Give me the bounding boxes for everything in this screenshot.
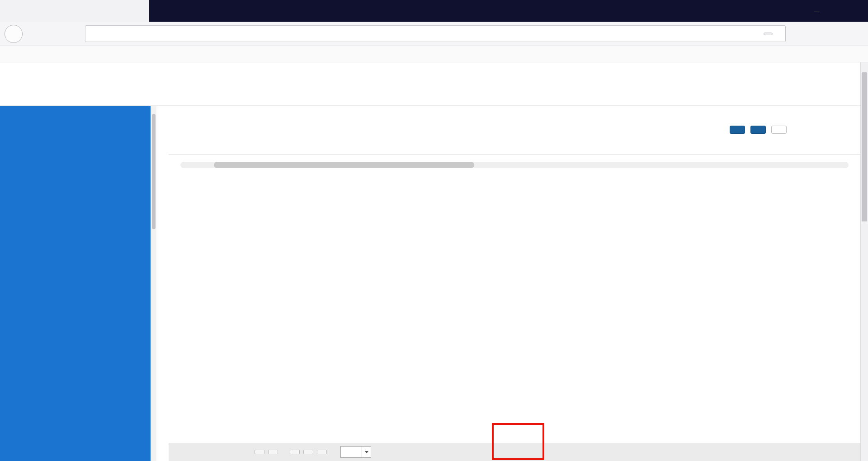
reload-icon[interactable] — [44, 26, 60, 42]
browser-titlebar — [0, 0, 868, 22]
browser-tab[interactable] — [0, 0, 149, 22]
new-tab-button[interactable] — [149, 0, 166, 22]
pagination-bar — [169, 443, 860, 461]
company-logo — [7, 83, 13, 85]
url-bar[interactable] — [85, 25, 786, 42]
bookmarks-bar — [0, 46, 868, 62]
results-table-wrap — [169, 155, 860, 155]
back-button[interactable] — [5, 25, 23, 43]
clear-button[interactable] — [771, 126, 787, 134]
zoom-indicator[interactable] — [764, 33, 773, 35]
horizontal-scrollbar[interactable] — [169, 160, 860, 170]
site-header — [0, 62, 868, 106]
select-arrow-icon[interactable] — [362, 447, 371, 457]
window-controls — [806, 0, 868, 22]
export-excel-button[interactable] — [730, 126, 745, 134]
minimize-icon — [814, 11, 819, 11]
page-scroll-thumb[interactable] — [862, 72, 867, 221]
window-restore-button[interactable] — [826, 0, 847, 22]
forward-button[interactable] — [26, 26, 41, 42]
scroll-up-icon[interactable] — [151, 106, 156, 108]
page-body — [0, 106, 868, 461]
browser-window — [0, 0, 868, 461]
prev-page-button[interactable] — [268, 450, 278, 454]
last-page-button[interactable] — [317, 450, 327, 454]
sidebar-scrollbar[interactable] — [151, 106, 156, 461]
results-table — [169, 155, 861, 155]
window-minimize-button[interactable] — [806, 0, 826, 22]
sidebar-toggle-icon[interactable] — [811, 26, 826, 42]
window-close-button[interactable] — [847, 0, 868, 22]
browser-navbar — [0, 22, 868, 46]
query-button[interactable] — [750, 126, 766, 134]
hscroll-thumb[interactable] — [214, 162, 474, 168]
sidebar — [0, 106, 151, 461]
main-content — [156, 106, 868, 461]
next-page-button[interactable] — [303, 450, 313, 454]
page-scrollbar[interactable] — [860, 62, 868, 461]
hscroll-track[interactable] — [180, 162, 849, 168]
first-page-button[interactable] — [255, 450, 264, 454]
filter-section — [169, 106, 868, 140]
sync-arrow-icon[interactable] — [830, 26, 845, 42]
home-button[interactable] — [63, 26, 78, 42]
library-icon[interactable] — [793, 26, 808, 42]
sidebar-scroll-thumb[interactable] — [152, 114, 156, 229]
menu-icon[interactable] — [848, 26, 863, 42]
per-page-select[interactable] — [340, 446, 371, 458]
page-number-2[interactable] — [290, 450, 300, 454]
